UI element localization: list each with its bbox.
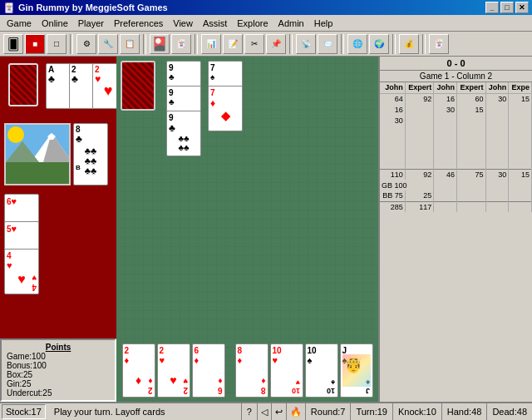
score-header: 0 - 0 [380,57,532,71]
toolbar-b7[interactable]: 📝 [223,34,243,54]
score-row-empty3 [380,147,532,158]
minimize-button[interactable]: _ [485,2,499,13]
toolbar-b12[interactable]: 🌐 [347,34,367,54]
window-title: Gin Rummy by MeggieSoft Games [18,2,168,12]
toolbar-sep5 [341,34,344,54]
menu-bar: Game Online Player Preferences View Assi… [0,15,532,32]
points-box-val: Box:25 [7,370,110,379]
score-row-totals: 110 92 46 75 30 15 [380,169,532,180]
menu-online[interactable]: Online [37,17,73,30]
card-6-diamonds[interactable]: 6♦ 6♦ [192,343,225,398]
col-john3: John [485,82,509,93]
opponent-cards: A♣ A♣ 2♣ 2♣ 2♥ 2♥ ♥ [46,63,124,109]
toolbar-b1[interactable]: ⚙ [76,34,96,54]
status-hand: Hand:48 [442,403,488,420]
points-gin: Gin:25 [7,379,110,388]
menu-assist[interactable]: Assist [198,17,232,30]
toolbar-b3[interactable]: 📋 [120,34,140,54]
landscape-image [4,123,71,185]
toolbar-sep6 [392,34,396,54]
status-nav[interactable]: ◁ [258,403,272,420]
card-10-spades[interactable]: 10♠ 10♠ [305,343,338,398]
points-bonus: Bonus:100 [7,361,110,370]
toolbar-b2[interactable]: 🔧 [98,34,118,54]
app-icon: 🃏 [3,2,15,13]
draw-discard-area [121,61,155,111]
toolbar-b9[interactable]: 📌 [266,34,286,54]
menu-explore[interactable]: Explore [232,17,273,30]
svg-rect-5 [6,162,71,185]
card-jack[interactable]: J♠ J♠ 🤴 [340,343,373,398]
title-bar-left: 🃏 Gin Rummy by MeggieSoft Games [3,2,168,13]
menu-preferences[interactable]: Preferences [109,17,168,30]
stock-pile[interactable] [121,61,155,111]
col-john2: John [434,82,457,93]
points-box: Points Game:100 Bonus:100 Box:25 Gin:25 … [0,338,116,402]
close-button[interactable]: ✕ [515,2,529,13]
toolbar-b14[interactable]: 💰 [399,34,419,54]
menu-game[interactable]: Game [2,17,37,30]
toolbar-open[interactable]: ■ [25,34,45,54]
menu-help[interactable]: Help [309,17,338,30]
title-bar: 🃏 Gin Rummy by MeggieSoft Games _ □ ✕ [0,0,532,15]
status-message: Play your turn. Layoff cards [47,403,242,420]
toolbar-sep7 [422,34,426,54]
score-row-1: 64 92 16 60 30 15 [380,93,532,104]
toolbar-sep2 [143,34,146,54]
score-panel: 0 - 0 Game 1 - Column 2 John Expert John… [378,57,532,402]
status-knock: Knock:10 [393,403,442,420]
opp-meld-7s: 7♠ 7♦ ◆ [208,61,243,131]
score-row-final: 285 117 [380,201,532,212]
col-expert3: Expe [509,82,532,93]
status-help[interactable]: ? [242,403,258,420]
points-title: Points [7,343,110,352]
menu-view[interactable]: View [168,17,198,30]
status-turn: Turn:19 [351,403,393,420]
toolbar-b15[interactable]: 🃏 [429,34,449,54]
toolbar-b10[interactable]: 📡 [296,34,316,54]
status-stock: Stock:17 [2,404,46,419]
points-undercut: Undercut:25 [7,388,110,398]
card-7-diamonds[interactable]: 7♦ ◆ [208,86,243,131]
toolbar-b13[interactable]: 🌍 [369,34,389,54]
toolbar-save[interactable]: □ [47,34,66,54]
points-game: Game:100 [7,352,110,361]
score-row-empty2 [380,136,532,147]
score-row-3: 30 [380,115,532,126]
maximize-button[interactable]: □ [500,2,514,13]
menu-admin[interactable]: Admin [273,17,309,30]
card-9-clubs-3[interactable]: 9♣ ♣♣♣♣ [166,111,201,156]
game-area: A♣ A♣ 2♣ 2♣ 2♥ 2♥ ♥ [0,57,532,402]
status-dead: Dead:48 [487,403,532,420]
card-8-diamonds[interactable]: 8♦ 8♦ [235,343,268,398]
toolbar-b6[interactable]: 📊 [201,34,221,54]
toolbar-b5[interactable]: 🃏 [171,34,191,54]
card-10-hearts[interactable]: 10♥ 10♥ [270,343,303,398]
opp-meld-9clubs: 9♣ 9♣ 9♣ ♣♣♣♣ [166,61,201,156]
toolbar-b8[interactable]: ✂ [244,34,264,54]
left-panel: A♣ A♣ 2♣ 2♣ 2♥ 2♥ ♥ [0,57,116,402]
toolbar-b11[interactable]: 📨 [318,34,337,54]
card-facedown-1[interactable] [8,63,38,106]
status-round: Round:7 [306,403,352,420]
status-fire: 🔥 [287,403,306,420]
card-2-hearts[interactable]: 2♥ ♥ 2♥ [157,343,190,398]
card-8-clubs[interactable]: 8 ♣ ♣♣♣♣♣♣ B [73,123,108,185]
status-undo[interactable]: ↩ [272,403,287,420]
play-area: 9♣ 9♣ 9♣ ♣♣♣♣ 7♠ 7♦ ◆ 2♦ ♦ 2♦ [116,57,378,402]
menu-player[interactable]: Player [73,17,109,30]
title-bar-controls: _ □ ✕ [485,2,529,13]
toolbar-deal[interactable]: 🎴 [150,34,170,54]
col-john1: John [380,82,405,93]
card-4-hearts[interactable]: 4♥ 4♥ ♥ [4,249,39,294]
score-row-empty1 [380,126,532,136]
toolbar-sep1 [70,34,73,54]
player-hand: 2♦ ♦ 2♦ 2♥ ♥ 2♥ 6♦ 6♦ 8♦ 8♦ [116,343,378,398]
toolbar: 🂠 ■ □ ⚙ 🔧 📋 🎴 🃏 📊 📝 ✂ 📌 📡 📨 🌐 🌍 💰 🃏 [0,32,532,57]
toolbar-new[interactable]: 🂠 [3,34,23,54]
col-expert1: Expert [405,82,434,93]
card-separator [227,343,234,398]
score-row-2: 16 30 15 [380,104,532,115]
card-2-diamonds[interactable]: 2♦ ♦ 2♦ [122,343,155,398]
toolbar-sep4 [289,34,293,54]
